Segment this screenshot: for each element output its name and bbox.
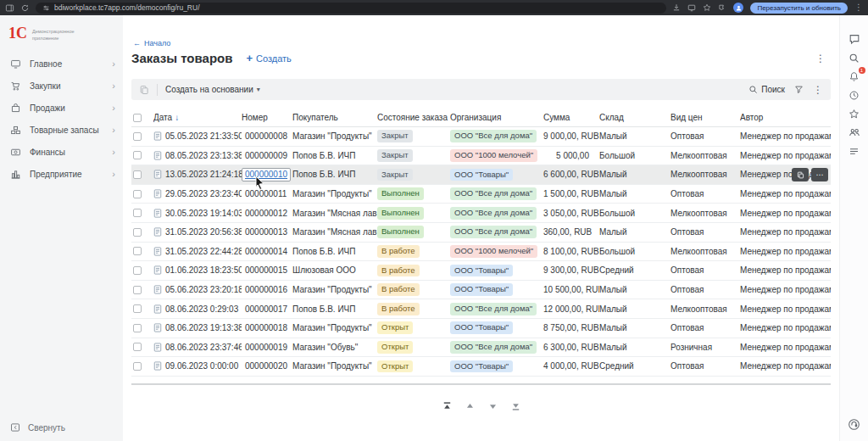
cast-icon[interactable]: [687, 3, 696, 12]
sidebar-item-sales[interactable]: Продажи ›: [0, 98, 123, 120]
document-icon: [153, 343, 162, 352]
organization-badge: ООО "Все для дома": [450, 207, 537, 220]
row-checkbox[interactable]: [133, 343, 142, 351]
search-button[interactable]: Поиск: [748, 85, 785, 94]
toolbar-menu-icon[interactable]: ⋮: [813, 84, 823, 96]
side-panel-icon[interactable]: [5, 3, 14, 13]
row-actions: ⋯: [792, 168, 828, 181]
row-checkbox[interactable]: [133, 132, 142, 141]
order-number[interactable]: 000000010: [245, 170, 287, 179]
sidebar: 1С Демонстрационное приложение Главное ›…: [0, 15, 123, 441]
relaunch-update-button[interactable]: Перезапустить и обновить: [750, 3, 848, 14]
order-number[interactable]: 000000009: [245, 151, 287, 160]
row-checkbox-cell: [131, 228, 153, 237]
table-row[interactable]: 30.05.2023 19:14:03 000000012 Магазин "М…: [131, 204, 831, 223]
browser-menu-icon[interactable]: ⋮: [854, 3, 863, 12]
row-checkbox[interactable]: [133, 266, 142, 275]
select-all-checkbox[interactable]: [133, 114, 142, 122]
go-to-last-icon[interactable]: [508, 400, 523, 412]
favorites-star-icon[interactable]: [848, 107, 861, 120]
table-row[interactable]: 08.06.2023 0:29:03 000000017 Попов Б.В. …: [131, 299, 831, 319]
row-copy-button[interactable]: [792, 168, 809, 181]
sidebar-item-inventory[interactable]: Товарные запасы ›: [0, 120, 123, 142]
table-row[interactable]: 13.05.2023 21:24:18 000000010 Попов Б.В.…: [131, 165, 831, 185]
page-menu-icon[interactable]: ⋮: [815, 53, 831, 64]
row-checkbox[interactable]: [133, 304, 142, 313]
filter-icon[interactable]: [794, 85, 804, 94]
table-row[interactable]: 05.05.2023 21:33:50 000000008 Магазин "П…: [131, 127, 831, 147]
order-number[interactable]: 000000017: [245, 304, 287, 314]
row-checkbox[interactable]: [133, 190, 142, 198]
copy-icon[interactable]: [139, 85, 149, 95]
reload-icon[interactable]: [20, 3, 30, 13]
order-number[interactable]: 000000015: [245, 265, 287, 275]
order-number[interactable]: 000000011: [245, 189, 287, 198]
order-number[interactable]: 000000018: [245, 323, 287, 332]
order-number[interactable]: 000000020: [245, 361, 287, 371]
row-checkbox[interactable]: [133, 151, 142, 159]
price-type-cell: Мелкооптовая: [670, 151, 740, 160]
order-number[interactable]: 000000008: [245, 131, 287, 141]
download-icon[interactable]: [672, 3, 681, 12]
column-header-warehouse[interactable]: Склад: [599, 113, 670, 122]
column-header-number[interactable]: Номер: [242, 113, 292, 122]
table-row[interactable]: 31.05.2023 20:56:38 000000013 Магазин "М…: [131, 223, 831, 243]
breadcrumb-back-link[interactable]: ← Начало: [133, 39, 831, 47]
sidebar-item-finance[interactable]: Финансы ›: [0, 142, 123, 164]
table-row[interactable]: 05.06.2023 23:20:18 000000016 Магазин "П…: [131, 281, 831, 300]
profile-avatar[interactable]: [733, 3, 743, 13]
address-bar[interactable]: bdiworkplace.tc7app.com/democonfig/ru_RU…: [36, 3, 666, 14]
row-more-button[interactable]: ⋯: [811, 168, 828, 181]
row-checkbox[interactable]: [133, 228, 142, 237]
table-row[interactable]: 29.05.2023 23:23:40 000000011 Магазин "П…: [131, 185, 831, 204]
order-number[interactable]: 000000016: [245, 285, 287, 294]
collaboration-icon[interactable]: [848, 126, 861, 139]
logo-caption: Демонстрационное приложение: [32, 25, 75, 42]
go-to-first-icon[interactable]: [439, 400, 454, 412]
support-icon[interactable]: [848, 417, 861, 431]
sidebar-item-main[interactable]: Главное ›: [0, 53, 123, 75]
column-header-organization[interactable]: Организация: [450, 113, 543, 122]
search-panel-icon[interactable]: [848, 51, 861, 64]
next-page-icon[interactable]: [485, 400, 500, 412]
order-number[interactable]: 000000012: [245, 209, 287, 218]
buyer-cell: Попов Б.В. ИЧП: [292, 170, 377, 179]
previous-page-icon[interactable]: [462, 400, 477, 412]
sidebar-item-enterprise[interactable]: Предприятие ›: [0, 164, 123, 186]
extensions-icon[interactable]: [718, 3, 726, 12]
table-row[interactable]: 08.05.2023 23:13:38 000000009 Попов Б.В.…: [131, 147, 831, 166]
table-row[interactable]: 08.06.2023 23:37:46 000000019 Магазин "О…: [131, 338, 831, 358]
table-row[interactable]: 01.06.2023 18:23:50 000000015 Шлюзовая О…: [131, 261, 831, 281]
row-checkbox[interactable]: [133, 324, 142, 332]
table-row[interactable]: 08.06.2023 19:13:38 000000018 Магазин "П…: [131, 319, 831, 338]
site-info-icon[interactable]: [42, 4, 50, 12]
functions-menu-icon[interactable]: [848, 144, 861, 158]
table-row[interactable]: 09.06.2023 0:00:00 000000020 Магазин "Пр…: [131, 357, 831, 377]
bookmark-star-icon[interactable]: [703, 3, 711, 12]
order-number[interactable]: 000000013: [245, 227, 287, 237]
sidebar-collapse-button[interactable]: Свернуть: [10, 422, 65, 433]
create-button[interactable]: + Создать: [246, 53, 291, 64]
document-icon: [153, 304, 162, 314]
row-checkbox[interactable]: [133, 247, 142, 255]
order-number[interactable]: 000000014: [245, 247, 287, 256]
create-based-on-button[interactable]: Создать на основании ▾: [165, 85, 260, 94]
order-number[interactable]: 000000019: [245, 343, 287, 352]
column-header-price-type[interactable]: Вид цен: [670, 113, 740, 122]
row-checkbox[interactable]: [133, 170, 142, 179]
column-header-author[interactable]: Автор: [740, 113, 831, 122]
column-header-status[interactable]: Состояние заказа: [377, 113, 450, 122]
price-type-cell: Оптовая: [670, 189, 740, 198]
notifications-bell-icon[interactable]: 1: [848, 70, 861, 83]
history-icon[interactable]: [848, 88, 861, 102]
row-checkbox[interactable]: [133, 209, 142, 217]
sidebar-item-purchases[interactable]: Закупки ›: [0, 75, 123, 98]
organization-badge: ООО "Все для дома": [450, 226, 537, 238]
column-header-amount[interactable]: Сумма: [543, 113, 599, 122]
column-header-date[interactable]: Дата↓: [153, 113, 242, 122]
table-row[interactable]: 31.05.2023 22:44:28 000000014 Попов Б.В.…: [131, 243, 831, 262]
row-checkbox[interactable]: [133, 286, 142, 294]
column-header-buyer[interactable]: Покупатель: [292, 113, 377, 122]
row-checkbox[interactable]: [133, 362, 142, 371]
discussions-icon[interactable]: [848, 32, 861, 46]
